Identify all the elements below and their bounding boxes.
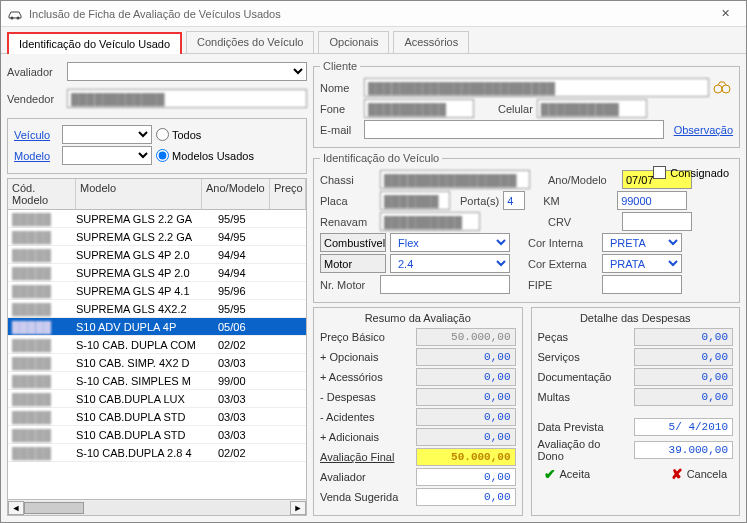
idv-legend: Identificação do Veículo (320, 152, 442, 164)
placa-label: Placa (320, 195, 376, 207)
crv-input[interactable] (622, 212, 692, 231)
corext-select[interactable]: PRATA (602, 254, 682, 273)
right-panel: Cliente Nome ████████████████████████ Fo… (313, 60, 740, 516)
detalhe-value[interactable]: 0,00 (634, 388, 734, 406)
table-row[interactable]: █████S-10 CAB. DUPLA COM02/02 (8, 336, 306, 354)
scroll-thumb[interactable] (24, 502, 84, 514)
nrmotor-input[interactable] (380, 275, 510, 294)
data-prevista-value[interactable]: 5/ 4/2010 (634, 418, 734, 436)
resumo-label: Venda Sugerida (320, 491, 410, 503)
table-row[interactable]: █████SUPREMA GLS 4P 4.195/96 (8, 282, 306, 300)
col-modelo[interactable]: Modelo (76, 179, 202, 209)
table-row[interactable]: █████SUPREMA GLS 4P 2.094/94 (8, 264, 306, 282)
detalhe-value[interactable]: 0,00 (634, 368, 734, 386)
resumo-label: Avaliação Final (320, 451, 410, 463)
vendedor-label: Vendedor (7, 93, 63, 105)
fipe-input[interactable] (602, 275, 682, 294)
detalhe-value[interactable]: 0,00 (634, 328, 734, 346)
resumo-value[interactable]: 0,00 (416, 368, 516, 386)
avdono-label: Avaliação do Dono (538, 438, 628, 462)
resumo-label: - Acidentes (320, 411, 410, 423)
motor-label[interactable]: Motor (320, 254, 386, 273)
avdono-value[interactable]: 39.000,00 (634, 441, 734, 459)
checkbox-icon[interactable] (653, 166, 666, 179)
resumo-box: Resumo da Avaliação Preço Básico50.000,0… (313, 307, 523, 516)
motor-select[interactable]: 2.4 (390, 254, 510, 273)
table-row[interactable]: █████SUPREMA GLS 2.2 GA94/95 (8, 228, 306, 246)
close-button[interactable]: ✕ (710, 3, 740, 25)
email-input[interactable] (364, 120, 664, 139)
filter-box: Veículo Todos Modelo Modelos Usados (7, 118, 307, 174)
radio-usados[interactable]: Modelos Usados (156, 149, 254, 162)
chassi-value[interactable]: █████████████████ (380, 170, 530, 189)
resumo-value[interactable]: 0,00 (416, 408, 516, 426)
titlebar: Inclusão de Ficha de Avaliação de Veícul… (1, 1, 746, 27)
tab-acessorios[interactable]: Acessórios (393, 31, 469, 53)
km-value[interactable]: 99000 (617, 191, 687, 210)
table-row[interactable]: █████SUPREMA GLS 2.2 GA95/95 (8, 210, 306, 228)
combustivel-select[interactable]: Flex (390, 233, 510, 252)
resumo-value[interactable]: 50.000,00 (416, 448, 516, 466)
aceita-button[interactable]: ✔ Aceita (544, 466, 591, 482)
detalhe-label: Multas (538, 391, 628, 403)
corint-select[interactable]: PRETA (602, 233, 682, 252)
fone-value[interactable]: ██████████ (364, 99, 474, 118)
col-cod[interactable]: Cód. Modelo (8, 179, 76, 209)
table-row[interactable]: █████S10 CAB.DUPLA STD03/03 (8, 426, 306, 444)
scroll-right-arrow[interactable]: ► (290, 501, 306, 515)
avaliador-select[interactable] (67, 62, 307, 81)
table-row[interactable]: █████S-10 CAB.DUPLA 2.8 402/02 (8, 444, 306, 462)
svg-point-0 (11, 16, 14, 19)
detalhe-value[interactable]: 0,00 (634, 348, 734, 366)
nome-value[interactable]: ████████████████████████ (364, 78, 709, 97)
tab-opcionais[interactable]: Opcionais (318, 31, 389, 53)
scroll-track[interactable] (24, 501, 290, 515)
resumo-label: Preço Básico (320, 331, 410, 343)
resumo-value[interactable]: 0,00 (416, 428, 516, 446)
resumo-value[interactable]: 0,00 (416, 468, 516, 486)
col-preco[interactable]: Preço (270, 179, 306, 209)
modelo-link[interactable]: Modelo (14, 150, 58, 162)
summary-section: Resumo da Avaliação Preço Básico50.000,0… (313, 307, 740, 516)
tab-identificacao[interactable]: Identificação do Veículo Usado (7, 32, 182, 54)
resumo-value[interactable]: 0,00 (416, 488, 516, 506)
cancela-button[interactable]: ✘ Cancela (671, 466, 727, 482)
portas-label: Porta(s) (460, 195, 499, 207)
table-row[interactable]: █████S10 ADV DUPLA 4P05/06 (8, 318, 306, 336)
veiculo-select[interactable] (62, 125, 152, 144)
detalhe-label: Documentação (538, 371, 628, 383)
table-row[interactable]: █████S10 CAB. SIMP. 4X2 D03/03 (8, 354, 306, 372)
detalhe-title: Detalhe das Despesas (538, 312, 734, 324)
renavam-label: Renavam (320, 216, 376, 228)
vendedor-value[interactable]: ████████████ (67, 89, 307, 108)
resumo-title: Resumo da Avaliação (320, 312, 516, 324)
veiculo-link[interactable]: Veículo (14, 129, 58, 141)
tab-condicoes[interactable]: Condições do Veículo (186, 31, 314, 53)
modelo-select[interactable] (62, 146, 152, 165)
binoculars-icon[interactable] (713, 80, 733, 96)
scroll-left-arrow[interactable]: ◄ (8, 501, 24, 515)
combustivel-label[interactable]: Combustível (320, 233, 386, 252)
identificacao-box: Identificação do Veículo Consignado Chas… (313, 152, 740, 303)
nome-label: Nome (320, 82, 360, 94)
radio-todos[interactable]: Todos (156, 128, 201, 141)
celular-value[interactable]: ██████████ (537, 99, 647, 118)
placa-value[interactable]: ███████ (380, 191, 450, 210)
portas-value[interactable]: 4 (503, 191, 525, 210)
observacao-link[interactable]: Observação (674, 124, 733, 136)
col-ano[interactable]: Ano/Modelo (202, 179, 270, 209)
consignado-check[interactable]: Consignado (653, 166, 729, 179)
table-row[interactable]: █████SUPREMA GLS 4P 2.094/94 (8, 246, 306, 264)
resumo-value[interactable]: 0,00 (416, 348, 516, 366)
table-row[interactable]: █████S-10 CAB. SIMPLES M99/00 (8, 372, 306, 390)
table-row[interactable]: █████S10 CAB.DUPLA LUX03/03 (8, 390, 306, 408)
renavam-value[interactable]: ██████████ (380, 212, 480, 231)
check-icon: ✔ (544, 466, 556, 482)
resumo-value[interactable]: 50.000,00 (416, 328, 516, 346)
resumo-value[interactable]: 0,00 (416, 388, 516, 406)
table-row[interactable]: █████S10 CAB.DUPLA STD03/03 (8, 408, 306, 426)
grid-body[interactable]: █████SUPREMA GLS 2.2 GA95/95█████SUPREMA… (8, 210, 306, 499)
km-label: KM (543, 195, 613, 207)
table-row[interactable]: █████SUPREMA GLS 4X2.295/95 (8, 300, 306, 318)
scroll-horizontal[interactable]: ◄ ► (8, 499, 306, 515)
